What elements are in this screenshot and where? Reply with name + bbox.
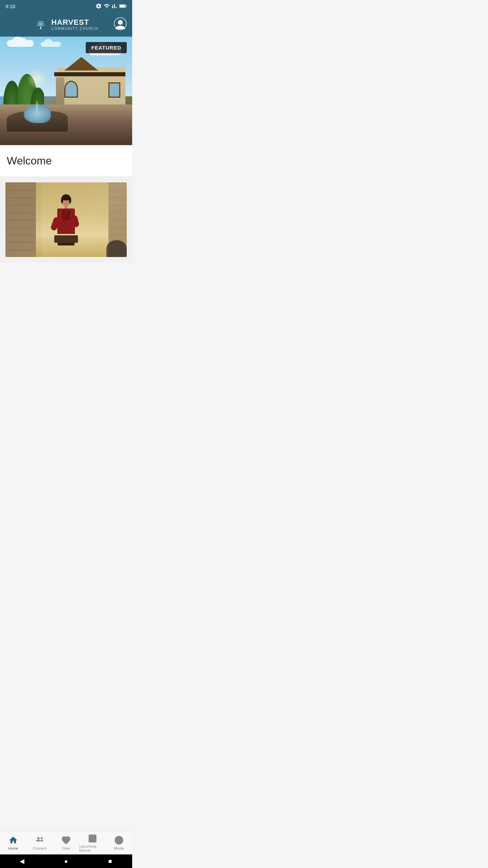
cloud-1 xyxy=(7,40,34,47)
water-feature xyxy=(7,101,68,132)
header-logo: HARVEST COMMUNITY CHURCH xyxy=(34,17,99,32)
battery-icon xyxy=(119,4,127,8)
status-bar: 9:18 xyxy=(0,0,132,12)
svg-rect-2 xyxy=(120,5,125,7)
speaker-scene xyxy=(5,182,127,257)
church-logo-icon xyxy=(34,17,48,32)
featured-badge: FEATURED xyxy=(86,42,127,53)
logo-title: HARVEST xyxy=(51,18,99,26)
logo-subtitle: COMMUNITY CHURCH xyxy=(51,27,99,31)
status-time: 9:18 xyxy=(5,3,15,9)
featured-image[interactable]: FEATURED xyxy=(0,37,132,145)
cloud-3 xyxy=(41,42,61,47)
video-player[interactable] xyxy=(5,182,127,257)
speaker-figure xyxy=(54,194,78,245)
profile-button[interactable] xyxy=(114,17,127,32)
svg-rect-3 xyxy=(40,26,41,29)
welcome-title: Welcome xyxy=(7,155,125,167)
light-flare xyxy=(26,69,47,90)
svg-rect-1 xyxy=(125,5,126,7)
profile-icon xyxy=(114,17,127,30)
app-header: HARVEST COMMUNITY CHURCH xyxy=(0,12,132,37)
audience-silhouette xyxy=(106,240,127,257)
settings-icon xyxy=(96,3,102,9)
status-icons xyxy=(96,3,127,9)
svg-point-5 xyxy=(118,20,123,25)
signal-icon xyxy=(112,3,117,9)
wifi-icon xyxy=(104,3,110,9)
welcome-section: Welcome xyxy=(0,145,132,177)
video-section xyxy=(0,177,132,262)
logo-text: HARVEST COMMUNITY CHURCH xyxy=(51,18,99,30)
